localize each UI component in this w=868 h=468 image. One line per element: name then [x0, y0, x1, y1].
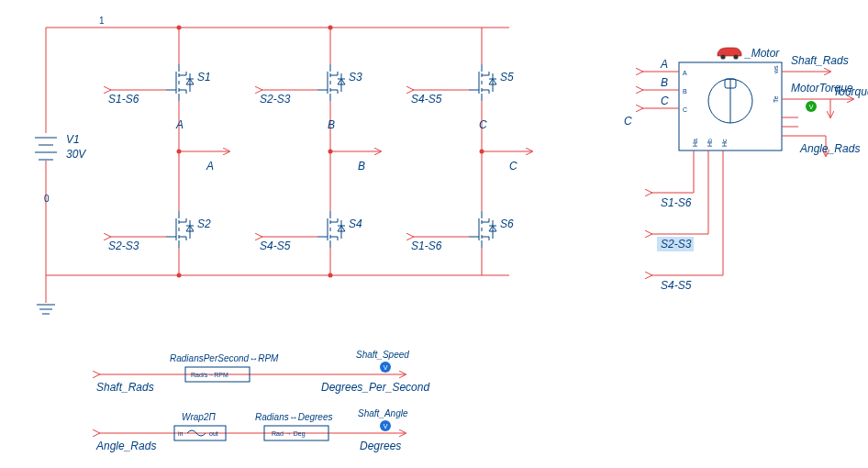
- svg-text:Hc: Hc: [721, 139, 728, 147]
- s5-tag: S4-S5: [411, 93, 442, 106]
- angle-in-tag: Angle_Rads: [95, 440, 156, 452]
- motor-title: _Motor: [744, 47, 780, 60]
- svg-text:V: V: [384, 423, 388, 429]
- s2-tag: S2-S3: [108, 240, 139, 252]
- v1-ref: V1: [66, 133, 80, 146]
- angle-out-tag: Degrees: [360, 440, 401, 452]
- svg-point-30: [177, 26, 182, 30]
- leg-c: S5 S4-S5 C C S6 S1-S6: [411, 28, 532, 275]
- leg-b-phase: B: [328, 118, 335, 131]
- speed-in-tag: Shaft_Rads: [96, 381, 154, 394]
- net-top: 1: [99, 16, 105, 26]
- hall-tag-2[interactable]: S2-S3: [661, 238, 692, 251]
- leg-a: S1 S1-S6 A A S2 S2-S3: [108, 26, 229, 278]
- motor-block[interactable]: _Motor A B C A B C C ws Te Shaft_Rads Mo…: [624, 47, 868, 292]
- svg-point-41: [328, 273, 333, 278]
- svg-text:Te: Te: [773, 96, 779, 104]
- svg-text:in: in: [178, 430, 184, 437]
- probe-speed-label: Shaft_Speed: [356, 350, 409, 360]
- svg-point-40: [328, 26, 333, 30]
- svg-text:ws: ws: [773, 65, 779, 74]
- mosfet-s3[interactable]: [317, 64, 345, 101]
- s2-ref: S2: [197, 217, 211, 230]
- leg-c-phase: C: [479, 118, 487, 131]
- car-icon: [718, 48, 741, 60]
- motor-in-b: B: [661, 76, 668, 89]
- svg-text:B: B: [683, 88, 687, 95]
- v1-value: 30V: [66, 148, 86, 161]
- net-bot: 0: [44, 194, 50, 204]
- s4-ref: S4: [349, 217, 362, 230]
- rpm-block-title: RadiansPerSecond↔RPM: [170, 353, 279, 363]
- leg-a-out: A: [206, 160, 214, 173]
- svg-text:C: C: [624, 115, 632, 128]
- rad2deg-title: Radians↔Degrees: [255, 412, 333, 422]
- mosfet-s5[interactable]: [469, 64, 496, 101]
- hall-tag-1: S1-S6: [661, 196, 692, 209]
- mosfet-s2[interactable]: [166, 211, 194, 248]
- s6-tag: S1-S6: [411, 240, 442, 252]
- s3-tag: S2-S3: [260, 93, 291, 106]
- s5-ref: S5: [500, 71, 514, 84]
- dc-source[interactable]: V1 30V 1 0: [35, 16, 509, 314]
- speed-out-tag: Degrees_Per_Second: [321, 381, 429, 394]
- motor-out-angle: Angle_Rads: [799, 142, 860, 155]
- leg-b: S3 S2-S3 B B S4 S4-S5: [260, 26, 381, 278]
- leg-c-out: C: [509, 160, 517, 173]
- svg-text:Ha: Ha: [692, 139, 698, 147]
- motor-out-speed: Shaft_Rads: [791, 54, 849, 67]
- probe-angle-label: Shaft_Angle: [358, 408, 408, 418]
- s3-ref: S3: [349, 71, 362, 84]
- svg-text:A: A: [683, 70, 687, 76]
- svg-text:out: out: [209, 430, 218, 437]
- schematic-canvas[interactable]: V1 30V 1 0 S1 S1-S6 A A S2 S2-S3: [0, 0, 868, 468]
- mosfet-s4[interactable]: [317, 211, 345, 248]
- wrap2pi-title: Wrap2Π: [182, 412, 216, 422]
- s6-ref: S6: [500, 217, 514, 230]
- s1-ref: S1: [197, 71, 211, 84]
- svg-text:V: V: [384, 364, 388, 371]
- motor-in-a: A: [660, 58, 668, 71]
- svg-text:V: V: [809, 104, 814, 110]
- motor-out-torque: Tourque: [833, 85, 868, 98]
- svg-point-31: [177, 273, 182, 278]
- mosfet-s6[interactable]: [469, 211, 496, 248]
- hall-tag-3: S4-S5: [661, 279, 692, 292]
- motor-in-c: C: [661, 95, 669, 107]
- s1-tag: S1-S6: [108, 93, 139, 106]
- s4-tag: S4-S5: [260, 240, 291, 252]
- svg-text:Hb: Hb: [707, 139, 713, 147]
- svg-text:Rad/s→RPM: Rad/s→RPM: [191, 372, 228, 378]
- svg-point-53: [720, 54, 725, 59]
- angle-conversion: in out Wrap2Π Rad → Deg Radians↔Degrees …: [95, 408, 408, 452]
- svg-text:Rad → Deg: Rad → Deg: [272, 430, 306, 438]
- leg-b-out: B: [358, 160, 365, 173]
- svg-text:C: C: [683, 106, 687, 113]
- leg-a-phase: A: [175, 118, 184, 131]
- speed-conversion: Rad/s→RPM RadiansPerSecond↔RPM V Shaft_S…: [96, 350, 429, 394]
- mosfet-s1[interactable]: [166, 64, 194, 101]
- svg-point-54: [733, 54, 738, 59]
